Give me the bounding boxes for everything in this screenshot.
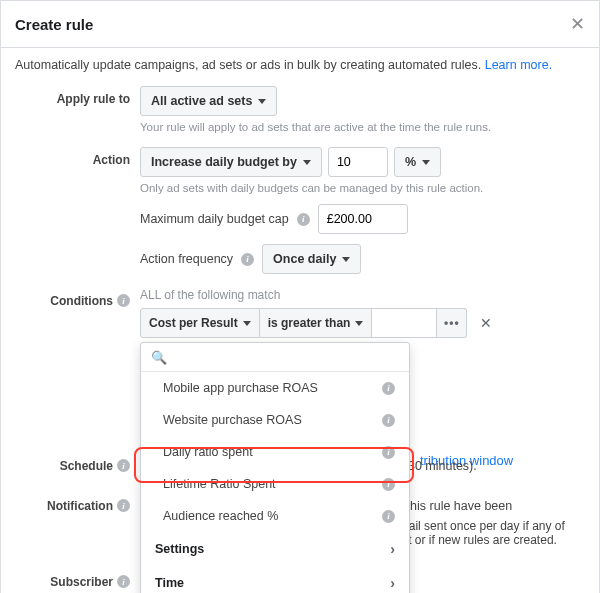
action-label: Action — [15, 147, 140, 274]
subscriber-label: Subscriber — [50, 575, 113, 589]
intro-text-content: Automatically update campaigns, ad sets … — [15, 58, 485, 72]
info-icon[interactable]: i — [297, 213, 310, 226]
caret-down-icon — [422, 160, 430, 165]
freq-value: Once daily — [273, 252, 336, 266]
dropdown-header-label: Settings — [155, 542, 204, 556]
dropdown-item-audience-reached[interactable]: Audience reached % i — [141, 500, 409, 532]
condition-metric-select[interactable]: Cost per Result — [140, 308, 260, 338]
dropdown-item-label: Daily ratio spent — [163, 445, 253, 459]
close-icon[interactable]: ✕ — [570, 13, 585, 35]
dropdown-item-daily-ratio[interactable]: Daily ratio spent i — [141, 436, 409, 468]
info-icon[interactable]: i — [117, 459, 130, 472]
apply-rule-value: All active ad sets — [151, 94, 252, 108]
freq-select[interactable]: Once daily — [262, 244, 361, 274]
info-icon[interactable]: i — [382, 414, 395, 427]
condition-operator-value: is greater than — [268, 316, 351, 330]
info-icon[interactable]: i — [382, 446, 395, 459]
dropdown-item-lifetime-ratio[interactable]: Lifetime Ratio Spent i — [141, 468, 409, 500]
apply-rule-select[interactable]: All active ad sets — [140, 86, 277, 116]
dropdown-header-label: Time — [155, 576, 184, 590]
condition-operator-select[interactable]: is greater than — [260, 308, 373, 338]
caret-down-icon — [342, 257, 350, 262]
caret-down-icon — [243, 321, 251, 326]
caret-down-icon — [258, 99, 266, 104]
condition-metric-value: Cost per Result — [149, 316, 238, 330]
cap-input[interactable] — [318, 204, 408, 234]
dropdown-item-website-roas[interactable]: Website purchase ROAS i — [141, 404, 409, 436]
info-icon[interactable]: i — [382, 510, 395, 523]
caret-down-icon — [355, 321, 363, 326]
freq-label: Action frequency — [140, 252, 233, 266]
info-icon[interactable]: i — [117, 575, 130, 588]
chevron-right-icon: › — [390, 541, 395, 557]
info-icon[interactable]: i — [382, 382, 395, 395]
action-help: Only ad sets with daily budgets can be m… — [140, 182, 585, 194]
action-unit-select[interactable]: % — [394, 147, 441, 177]
info-icon[interactable]: i — [117, 294, 130, 307]
search-icon: 🔍 — [151, 350, 167, 365]
remove-condition-button[interactable]: ✕ — [471, 308, 501, 338]
info-icon[interactable]: i — [382, 478, 395, 491]
action-unit-value: % — [405, 155, 416, 169]
dialog-title: Create rule — [15, 16, 93, 33]
action-value: Increase daily budget by — [151, 155, 297, 169]
metric-dropdown: 🔍 Mobile app purchase ROAS i Website pur… — [140, 342, 410, 593]
conditions-label: Conditions — [50, 294, 113, 308]
action-select[interactable]: Increase daily budget by — [140, 147, 322, 177]
dropdown-item-label: Website purchase ROAS — [163, 413, 302, 427]
all-match-text: ALL of the following match — [140, 288, 585, 302]
caret-down-icon — [303, 160, 311, 165]
apply-rule-help: Your rule will apply to ad sets that are… — [140, 121, 585, 133]
action-amount-input[interactable] — [328, 147, 388, 177]
condition-value-input[interactable] — [372, 308, 437, 338]
dropdown-item-label: Mobile app purchase ROAS — [163, 381, 318, 395]
dropdown-search-input[interactable] — [173, 349, 399, 365]
dropdown-header-settings[interactable]: Settings › — [141, 532, 409, 566]
dropdown-item-label: Audience reached % — [163, 509, 278, 523]
dropdown-item-label: Lifetime Ratio Spent — [163, 477, 276, 491]
cap-label: Maximum daily budget cap — [140, 212, 289, 226]
dropdown-header-time[interactable]: Time › — [141, 566, 409, 593]
learn-more-link[interactable]: Learn more. — [485, 58, 552, 72]
more-options-button[interactable]: ••• — [437, 308, 467, 338]
apply-rule-label: Apply rule to — [15, 86, 140, 133]
info-icon[interactable]: i — [117, 499, 130, 512]
intro-text: Automatically update campaigns, ad sets … — [15, 58, 585, 72]
info-icon[interactable]: i — [241, 253, 254, 266]
notification-label: Notification — [47, 499, 113, 513]
chevron-right-icon: › — [390, 575, 395, 591]
dropdown-item-mobile-roas[interactable]: Mobile app purchase ROAS i — [141, 372, 409, 404]
schedule-label: Schedule — [60, 459, 113, 473]
